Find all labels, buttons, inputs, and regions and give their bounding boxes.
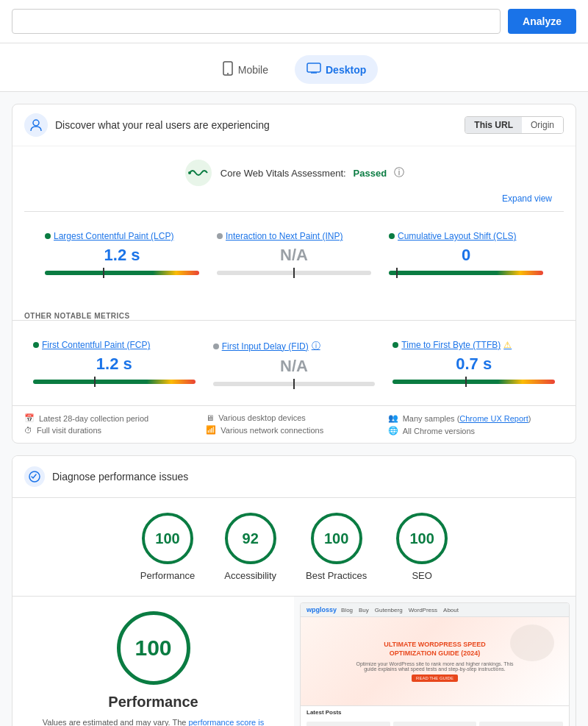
score-best-practices-label: Best Practices	[306, 570, 367, 581]
screenshot-preview: wpglossy Blog Buy Gutenberg WordPress Ab…	[294, 597, 576, 726]
footer-samples: 👥 Many samples (Chrome UX Report)	[388, 413, 564, 423]
analyze-button[interactable]: Analyze	[508, 9, 576, 34]
this-url-button[interactable]: This URL	[465, 117, 522, 133]
performance-detail: 100 Performance Values are estimated and…	[12, 597, 294, 726]
score-accessibility: 92 Accessibility	[224, 513, 276, 581]
crux-title: Discover what your real users are experi…	[55, 119, 457, 131]
users-icon: 👥	[388, 413, 398, 423]
svg-point-1	[227, 73, 229, 74]
expand-view-link[interactable]: Expand view	[24, 193, 564, 204]
metric-inp: Interaction to Next Paint (INP) N/A	[208, 224, 380, 282]
cls-dot	[389, 233, 395, 239]
diagnose-header: Diagnose performance issues	[12, 456, 576, 498]
tab-mobile-label: Mobile	[238, 64, 268, 76]
cls-marker	[396, 268, 398, 278]
mock-browser-bar: wpglossy Blog Buy Gutenberg WordPress Ab…	[301, 603, 569, 617]
fid-info-icon[interactable]: ⓘ	[312, 340, 320, 352]
mock-subtext: Optimize your WordPress site to rank mor…	[356, 661, 513, 672]
fcp-marker	[94, 377, 96, 387]
metric-fid: First Input Delay (FID) ⓘ N/A	[204, 332, 384, 394]
inp-bar-container	[217, 271, 371, 275]
cls-bar-container	[389, 271, 543, 275]
chrome-ux-report-link[interactable]: Chrome UX Report	[459, 414, 528, 423]
fcp-bar-container	[33, 380, 196, 384]
notable-metrics-grid: First Contentful Paint (FCP) 1.2 s First…	[12, 320, 576, 405]
crux-section: Discover what your real users are experi…	[12, 104, 576, 444]
lcp-bar-container	[45, 271, 199, 275]
mobile-icon	[222, 61, 234, 78]
score-seo-circle: 100	[396, 513, 448, 564]
diagnose-icon	[24, 466, 45, 487]
metric-inp-value: N/A	[217, 246, 371, 265]
svg-point-5	[33, 120, 39, 126]
tab-desktop-label: Desktop	[326, 64, 366, 76]
crux-footer: 📅 Latest 28-day collection period ⏱ Full…	[12, 405, 576, 443]
wifi-icon: 📶	[206, 425, 216, 435]
metric-fcp: First Contentful Paint (FCP) 1.2 s	[24, 332, 204, 394]
metric-fcp-label[interactable]: First Contentful Paint (FCP)	[33, 340, 196, 350]
score-accessibility-circle: 92	[225, 513, 276, 564]
metric-cls: Cumulative Layout Shift (CLS) 0	[380, 224, 552, 282]
url-origin-toggle: This URL Origin	[465, 116, 564, 134]
monitor-icon: 🖥	[206, 413, 214, 422]
mock-hero-content: ULTIMATE WORDPRESS SPEEDOPTIMIZATION GUI…	[301, 617, 569, 705]
cwv-box: Core Web Vitals Assessment: Passed ⓘ Exp…	[12, 146, 576, 306]
score-performance: 100 Performance	[140, 513, 195, 581]
score-performance-circle: 100	[142, 513, 193, 564]
mock-site-logo: wpglossy	[306, 606, 337, 613]
score-seo: 100 SEO	[396, 513, 448, 581]
score-accessibility-label: Accessibility	[224, 570, 276, 581]
mock-cta-button: READ THE GUIDE	[412, 675, 458, 682]
metric-cls-label[interactable]: Cumulative Layout Shift (CLS)	[389, 231, 543, 241]
cwv-title-text: Core Web Vitals Assessment:	[220, 168, 346, 179]
metric-fid-value: N/A	[213, 357, 376, 376]
cwv-info-icon[interactable]: ⓘ	[394, 166, 404, 179]
crux-header: Discover what your real users are experi…	[12, 104, 576, 146]
url-input[interactable]: https://www.wpglossy.com/	[12, 9, 501, 34]
footer-chrome-versions: 🌐 All Chrome versions	[388, 426, 564, 435]
notable-metrics-label: OTHER NOTABLE METRICS	[12, 306, 576, 320]
svg-rect-2	[307, 63, 320, 72]
metric-lcp: Largest Contentful Paint (LCP) 1.2 s	[36, 224, 208, 282]
metric-ttfb-label[interactable]: Time to First Byte (TTFB) ⚠	[392, 340, 555, 350]
tab-desktop[interactable]: Desktop	[295, 55, 378, 84]
desktop-icon	[306, 63, 321, 76]
main-content: Discover what your real users are experi…	[0, 92, 588, 726]
metric-fcp-value: 1.2 s	[33, 355, 196, 374]
score-seo-label: SEO	[412, 570, 431, 581]
fcp-bar	[33, 380, 196, 384]
screenshot-mock: wpglossy Blog Buy Gutenberg WordPress Ab…	[300, 602, 570, 726]
mock-latest-posts-label: Latest Posts	[301, 705, 569, 719]
ttfb-warning-icon: ⚠	[503, 340, 512, 350]
metric-cls-value: 0	[389, 246, 543, 265]
bottom-section: 100 Performance Values are estimated and…	[12, 597, 576, 726]
big-performance-circle: 100	[117, 611, 190, 685]
footer-col-1: 📅 Latest 28-day collection period ⏱ Full…	[24, 413, 200, 435]
metric-fid-label[interactable]: First Input Delay (FID) ⓘ	[213, 340, 376, 352]
performance-description: Values are estimated and may vary. The p…	[27, 716, 279, 726]
header: https://www.wpglossy.com/ Analyze	[0, 0, 588, 43]
diagnose-title: Diagnose performance issues	[52, 471, 188, 483]
score-best-practices: 100 Best Practices	[306, 513, 367, 581]
footer-visit-duration: ⏱ Full visit durations	[24, 426, 200, 435]
fcp-dot	[33, 342, 39, 348]
lcp-marker	[103, 268, 104, 278]
diagnose-section: Diagnose performance issues 100 Performa…	[12, 455, 576, 726]
footer-collection-period: 📅 Latest 28-day collection period	[24, 413, 200, 423]
origin-button[interactable]: Origin	[522, 117, 563, 133]
metric-lcp-label[interactable]: Largest Contentful Paint (LCP)	[45, 231, 199, 241]
metric-inp-label[interactable]: Interaction to Next Paint (INP)	[217, 231, 371, 241]
mock-post-2	[393, 722, 477, 726]
tab-mobile[interactable]: Mobile	[210, 55, 280, 84]
footer-col-3: 👥 Many samples (Chrome UX Report) 🌐 All …	[388, 413, 564, 435]
cls-bar	[389, 271, 543, 275]
mock-nav: Blog Buy Gutenberg WordPress About	[341, 607, 459, 613]
metric-lcp-value: 1.2 s	[45, 246, 199, 265]
ttfb-bar	[392, 380, 555, 384]
svg-point-7	[188, 171, 191, 174]
mock-post-3	[479, 722, 563, 726]
crux-user-icon	[24, 113, 48, 137]
metric-ttfb-value: 0.7 s	[392, 355, 555, 374]
metric-ttfb: Time to First Byte (TTFB) ⚠ 0.7 s	[384, 332, 564, 394]
scores-row: 100 Performance 92 Accessibility 100 Bes…	[12, 498, 576, 597]
